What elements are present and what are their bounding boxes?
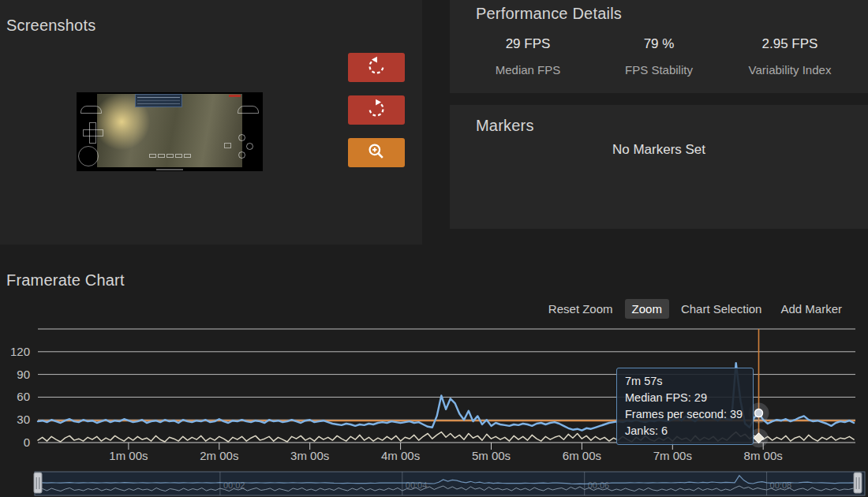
home-bar	[156, 169, 183, 170]
rotate-ccw-icon	[366, 56, 387, 79]
r-trigger-icon	[238, 106, 259, 114]
markers-title: Markers	[476, 117, 534, 135]
zoom-in-icon	[366, 141, 387, 164]
tooltip-median-fps: Median FPS: 29	[625, 390, 745, 406]
navigator-handle	[34, 473, 42, 493]
performance-dashboard: { "screenshots": { "title": "Screenshots…	[0, 0, 868, 497]
svg-text:90: 90	[17, 368, 30, 381]
stat-variability-index: 2.95 FPS Variability Index	[724, 36, 855, 77]
select-button-icon	[224, 143, 231, 148]
stat-value: 2.95 FPS	[724, 36, 855, 52]
stat-value: 79 %	[593, 36, 724, 52]
stat-label: Median FPS	[462, 63, 593, 77]
svg-text:120: 120	[10, 345, 30, 358]
navigator-handle	[854, 473, 862, 493]
svg-text:5m 00s: 5m 00s	[472, 449, 511, 462]
stat-value: 29 FPS	[462, 36, 593, 52]
svg-text:3m 00s: 3m 00s	[290, 449, 329, 462]
markers-panel: Markers No Markers Set	[450, 105, 868, 229]
svg-text:60: 60	[17, 390, 30, 403]
onscreen-button-strip	[97, 147, 242, 161]
dpad-icon-h	[83, 129, 103, 136]
svg-text:30: 30	[17, 413, 30, 426]
stat-label: FPS Stability	[593, 63, 724, 77]
svg-text:4m 00s: 4m 00s	[381, 449, 420, 462]
framerate-chart-title: Framerate Chart	[6, 271, 125, 290]
zoom-screenshot-button[interactable]	[348, 138, 405, 167]
chart-tooltip: 7m 57s Median FPS: 29 Frames per second:…	[616, 368, 754, 445]
screenshots-title: Screenshots	[6, 17, 95, 35]
circle-button-icon	[246, 143, 253, 150]
l-trigger-icon	[80, 106, 102, 114]
svg-text:0: 0	[24, 435, 30, 449]
rotate-cw-icon	[366, 99, 387, 121]
analog-stick-icon	[78, 146, 99, 166]
no-markers-text: No Markers Set	[450, 142, 868, 158]
svg-text:7m 00s: 7m 00s	[653, 449, 692, 462]
stat-label: Variability Index	[724, 63, 855, 77]
screenshots-panel: Screenshots	[0, 0, 422, 245]
performance-details-title: Performance Details	[476, 5, 622, 23]
screenshot-actions	[348, 53, 405, 181]
rotate-right-button[interactable]	[348, 95, 405, 125]
triangle-button-icon	[238, 134, 245, 141]
rotate-left-button[interactable]	[348, 53, 405, 82]
tooltip-time: 7m 57s	[625, 373, 745, 390]
screenshot-thumbnail[interactable]	[77, 92, 263, 171]
svg-text:8m 00s: 8m 00s	[744, 449, 783, 462]
tooltip-janks: Janks: 6	[625, 423, 745, 439]
performance-stats: 29 FPS Median FPS 79 % FPS Stability 2.9…	[462, 36, 855, 77]
cross-button-icon	[238, 151, 245, 159]
stat-median-fps: 29 FPS Median FPS	[462, 36, 593, 77]
svg-text:2m 00s: 2m 00s	[200, 449, 238, 462]
stat-fps-stability: 79 % FPS Stability	[593, 36, 724, 77]
fps-counter-text	[229, 95, 241, 97]
chart-navigator[interactable]: 00:0200:0400:0600:08	[0, 469, 868, 497]
tooltip-fps: Frames per second: 39	[625, 406, 745, 423]
debug-overlay	[135, 94, 182, 107]
performance-details-panel: Performance Details 29 FPS Median FPS 79…	[450, 0, 868, 93]
svg-text:6m 00s: 6m 00s	[563, 449, 601, 462]
svg-text:1m 00s: 1m 00s	[109, 449, 148, 462]
